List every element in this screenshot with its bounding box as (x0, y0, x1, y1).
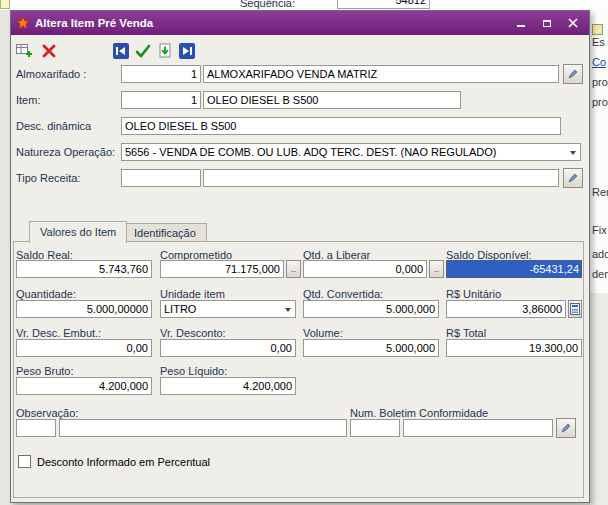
nav-first-icon (112, 42, 130, 60)
observacao-text-field[interactable] (59, 419, 347, 437)
rs-unitario-field[interactable]: 3,86000 (446, 300, 566, 318)
saldo-real-field[interactable]: 5.743,760 (16, 260, 152, 278)
sequencia-field[interactable]: 54812 (337, 0, 430, 9)
vr-desconto-field[interactable]: 0,00 (160, 339, 296, 357)
qtd-a-liberar-more-button[interactable]: .. (429, 260, 444, 278)
quantidade-label: Quantidade: (16, 288, 76, 300)
tab-valores-do-item[interactable]: Valores do Item (29, 221, 127, 243)
comprometido-field[interactable]: 71.175,000 (160, 260, 284, 278)
item-code-field[interactable]: 1 (121, 91, 201, 109)
natureza-operacao-value: 5656 - VENDA DE COMB. OU LUB. ADQ TERC. … (125, 146, 496, 158)
peso-bruto-field[interactable]: 4.200,000 (16, 377, 152, 395)
insert-button[interactable] (14, 41, 34, 61)
minimize-icon (517, 25, 525, 27)
app-icon (16, 16, 30, 30)
item-label: Item: (16, 94, 40, 106)
item-name-field[interactable]: OLEO DIESEL B S500 (203, 91, 461, 109)
maximize-icon (543, 20, 551, 27)
boletim-text-field[interactable] (403, 419, 553, 437)
tipo-receita-code-field[interactable] (121, 169, 201, 187)
tipo-receita-lookup-button[interactable] (563, 168, 583, 188)
background-text-fragment: Fix (592, 224, 607, 236)
background-text-fragment: prov (592, 96, 608, 108)
toolbar (11, 35, 589, 67)
boletim-conformidade-label: Num. Boletim Conformidade (350, 407, 488, 419)
post-arrow-icon (156, 42, 174, 60)
unidade-item-value: LITRO (164, 303, 196, 315)
background-highlight-field (0, 0, 10, 9)
background-text-fragment: Ren (592, 186, 608, 198)
almoxarifado-label: Almoxarifado : (16, 68, 86, 80)
post-button[interactable] (155, 41, 175, 61)
altera-item-pre-venda-dialog: Altera Item Pré Venda (10, 10, 590, 503)
boletim-code-field[interactable] (350, 419, 400, 437)
maximize-button[interactable] (535, 15, 558, 32)
almoxarifado-name-field[interactable]: ALMOXARIFADO VENDA MATRIZ (203, 65, 559, 83)
chevron-down-icon (285, 308, 291, 312)
desc-dinamica-label: Desc. dinâmica (16, 120, 91, 132)
vr-desconto-label: Vr. Desconto: (160, 327, 226, 339)
pencil-icon (567, 68, 579, 80)
close-button[interactable] (561, 15, 584, 32)
close-icon (568, 18, 578, 28)
desc-dinamica-field[interactable]: OLEO DIESEL B S500 (121, 117, 561, 135)
desconto-percentual-label: Desconto Informado em Percentual (37, 456, 210, 468)
vr-desc-embut-field[interactable]: 0,00 (16, 339, 152, 357)
insert-icon (15, 42, 33, 60)
observacao-label: Observação: (16, 407, 78, 419)
rs-total-field[interactable]: 19.300,00 (446, 339, 582, 357)
boletim-lookup-button[interactable] (556, 418, 576, 438)
observacao-code-field[interactable] (16, 419, 56, 437)
volume-label: Volume: (303, 327, 343, 339)
sequencia-label: Sequência: (240, 0, 295, 9)
natureza-operacao-label: Natureza Operação: (16, 146, 115, 158)
confirm-check-icon (134, 42, 152, 60)
almoxarifado-code-field[interactable]: 1 (121, 65, 201, 83)
screen: { "colors": { "titlebar_purple": "#7c2d8… (0, 0, 608, 505)
tipo-receita-name-field[interactable] (203, 169, 559, 187)
unidade-item-select[interactable]: LITRO (160, 300, 296, 318)
dialog-title: Altera Item Pré Venda (35, 17, 153, 29)
tab-identificacao[interactable]: Identificação (123, 223, 207, 242)
nav-last-icon (178, 42, 196, 60)
unidade-item-label: Unidade item (160, 288, 225, 300)
pencil-icon (567, 172, 579, 184)
background-text-fragment: ados (592, 248, 608, 260)
rs-unitario-label: R$ Unitário (446, 288, 501, 300)
qtd-convertida-label: Qtd. Convertida: (303, 288, 383, 300)
qtd-a-liberar-field[interactable]: 0,000 (303, 260, 427, 278)
delete-button[interactable] (39, 41, 59, 61)
background-text-fragment: pro (592, 76, 608, 88)
desconto-percentual-checkbox[interactable] (18, 455, 31, 468)
delete-icon (40, 42, 58, 60)
rs-total-label: R$ Total (446, 327, 486, 339)
background-window-right-lower (590, 293, 608, 505)
valores-do-item-panel: Saldo Real: 5.743,760 Comprometido 71.17… (13, 241, 584, 498)
minimize-button[interactable] (509, 15, 532, 32)
pencil-icon (560, 422, 572, 434)
background-fragment-icon (592, 24, 603, 35)
tipo-receita-label: Tipo Receita: (16, 172, 80, 184)
background-text-fragment: Es (592, 36, 605, 48)
quantidade-field[interactable]: 5.000,00000 (16, 300, 152, 318)
saldo-disponivel-field[interactable]: -65431,24 (446, 260, 582, 278)
window-controls (509, 15, 584, 32)
peso-bruto-label: Peso Bruto: (16, 365, 73, 377)
background-text-fragment: den (592, 268, 608, 280)
calculator-icon (570, 303, 580, 315)
volume-field[interactable]: 5.000,000 (303, 339, 439, 357)
nav-first-button[interactable] (111, 41, 131, 61)
nav-last-button[interactable] (177, 41, 197, 61)
natureza-operacao-select[interactable]: 5656 - VENDA DE COMB. OU LUB. ADQ TERC. … (121, 143, 581, 161)
selected-text: -65431,24 (447, 261, 581, 277)
qtd-convertida-field[interactable]: 5.000,000 (303, 300, 439, 318)
vr-desc-embut-label: Vr. Desc. Embut.: (16, 327, 101, 339)
chevron-down-icon (570, 151, 576, 155)
confirm-button[interactable] (133, 41, 153, 61)
peso-liquido-field[interactable]: 4.200,000 (160, 377, 296, 395)
comprometido-more-button[interactable]: .. (286, 260, 301, 278)
almoxarifado-lookup-button[interactable] (563, 64, 583, 84)
background-text-fragment: Co (592, 56, 606, 68)
dialog-titlebar[interactable]: Altera Item Pré Venda (11, 11, 589, 35)
calculator-button[interactable] (568, 300, 582, 318)
